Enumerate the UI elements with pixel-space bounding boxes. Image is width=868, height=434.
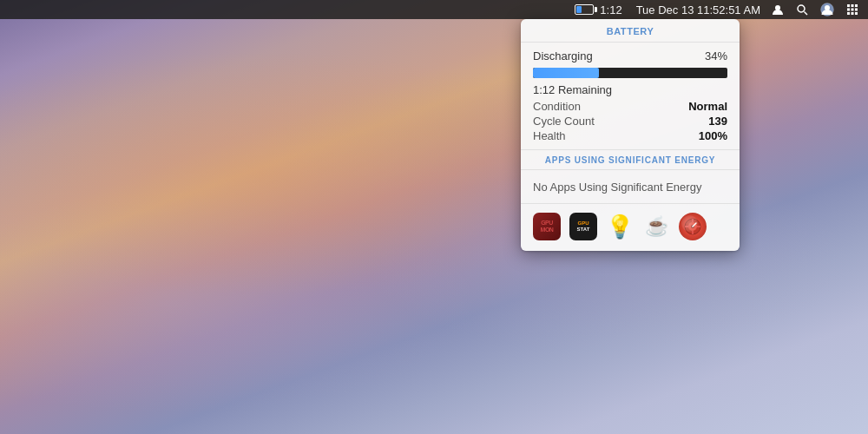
user-circle-icon (820, 3, 834, 16)
svg-rect-11 (847, 12, 850, 15)
cycle-count-row: Cycle Count 139 (533, 115, 727, 128)
grid-icon (846, 3, 858, 16)
user-icon-btn[interactable] (767, 3, 788, 16)
svg-line-2 (805, 12, 808, 16)
health-label: Health (533, 129, 566, 142)
no-apps-text: No Apps Using Significant Energy (533, 181, 701, 194)
svg-rect-12 (852, 12, 854, 15)
cycle-count-value: 139 (708, 115, 727, 128)
app-icons-row: GPUMON GPU STAT 💡 ☕ (521, 204, 740, 251)
svg-rect-9 (852, 9, 854, 11)
search-icon-btn[interactable] (792, 3, 812, 16)
health-value: 100% (699, 129, 727, 142)
battery-dropdown: BATTERY Discharging 34% 1:12 Remaining C… (521, 19, 740, 251)
discharging-percent: 34% (705, 49, 727, 62)
no-apps-section: No Apps Using Significant Energy (521, 170, 740, 204)
battery-info-section: Discharging 34% 1:12 Remaining Condition… (521, 43, 740, 150)
battery-progress-bar (533, 68, 727, 78)
search-icon (796, 3, 808, 16)
discharge-row: Discharging 34% (533, 49, 727, 62)
stats-icon[interactable]: GPU STAT (569, 213, 597, 240)
battery-fill (576, 6, 582, 13)
condition-label: Condition (533, 100, 581, 113)
apps-section-header: APPS USING SIGNIFICANT ENERGY (521, 150, 740, 170)
svg-rect-6 (852, 4, 854, 7)
battery-menubar-item[interactable]: 1:12 (571, 3, 628, 16)
grid-icon-btn[interactable] (842, 3, 863, 16)
time-remaining: 1:12 Remaining (533, 83, 727, 96)
menubar: 1:12 Tue Dec 13 11:52:51 AM (0, 0, 868, 19)
svg-rect-13 (855, 12, 858, 15)
coffee-icon[interactable]: ☕ (642, 213, 670, 240)
dropdown-header: BATTERY (521, 19, 740, 43)
svg-point-1 (798, 5, 805, 12)
health-row: Health 100% (533, 129, 727, 142)
svg-rect-8 (847, 9, 850, 11)
gpu-monitor-icon[interactable]: GPUMON (533, 213, 561, 240)
battery-icon (575, 4, 594, 15)
condition-row: Condition Normal (533, 100, 727, 113)
cycle-count-label: Cycle Count (533, 115, 595, 128)
light-bulb-icon[interactable]: 💡 (606, 213, 634, 240)
svg-rect-7 (855, 4, 858, 7)
menubar-right: 1:12 Tue Dec 13 11:52:51 AM (571, 0, 863, 19)
battery-bar-fill (533, 68, 599, 78)
svg-rect-5 (847, 4, 850, 7)
svg-rect-10 (855, 9, 858, 11)
user-circle-btn[interactable] (816, 3, 838, 16)
battery-time-display: 1:12 (596, 3, 625, 16)
user-icon (772, 3, 784, 16)
condition-value: Normal (688, 100, 727, 113)
disk-diag-icon[interactable] (679, 213, 707, 240)
discharging-label: Discharging (533, 49, 593, 62)
menubar-datetime: Tue Dec 13 11:52:51 AM (633, 0, 764, 19)
desktop: 1:12 Tue Dec 13 11:52:51 AM (0, 0, 868, 434)
